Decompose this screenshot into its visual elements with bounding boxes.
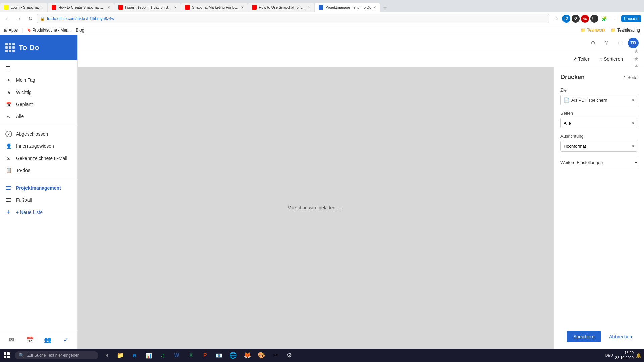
tab-close-snapchat[interactable]: ✕: [41, 6, 43, 9]
teamwork-label: Teamwork: [587, 28, 605, 33]
tab-youtube4[interactable]: How to Use Snapchat for your B... ✕: [248, 3, 314, 12]
projektmanagement-label: Projektmanagement: [16, 185, 61, 191]
address-bar[interactable]: 🔒 to-do.office.com/tasks/l-1t5hmya8z4w: [37, 14, 549, 23]
apps-icon: ⊞: [4, 28, 7, 33]
taskbar-icon-settings[interactable]: ⚙: [283, 349, 296, 362]
new-tab-button[interactable]: +: [380, 3, 390, 12]
taskbar-icon-edge[interactable]: e: [128, 349, 141, 362]
tab-close-todo[interactable]: ✕: [373, 6, 376, 9]
tab-favicon-todo: [319, 5, 323, 10]
sidebar-grid-icon[interactable]: [5, 43, 15, 52]
send-feedback-button[interactable]: ↩: [614, 38, 625, 48]
taskbar-icon-spotify[interactable]: ♫: [156, 349, 169, 362]
taskbar-icon-chrome[interactable]: 🌐: [226, 349, 240, 362]
notification-icon[interactable]: 🔔: [636, 353, 641, 358]
taskbar-icon-snipping[interactable]: ✂: [269, 349, 282, 362]
taskbar-icon-taskview[interactable]: ⊡: [100, 349, 113, 362]
nav-icon-ext3[interactable]: ⋮⋮: [590, 15, 598, 23]
teamwork-folder[interactable]: 📁 Teamwork: [579, 27, 607, 33]
mail-bottom-icon[interactable]: ✉: [6, 334, 18, 346]
taskbar-search-input[interactable]: [27, 353, 94, 358]
calendar-bottom-icon[interactable]: 📅: [24, 334, 36, 346]
nav-icon-iq[interactable]: IQ: [562, 15, 570, 23]
start-button[interactable]: [0, 349, 13, 362]
taskbar-icon-explorer[interactable]: 📁: [114, 349, 127, 362]
sidebar-nav: ☰ ☀ Mein Tag ★ Wichtig 📅 Geplant ∞ Alle: [0, 60, 77, 331]
taskbar-time: 16:29: [615, 350, 634, 355]
bookmark-apps[interactable]: ⊞ Apps: [3, 27, 19, 33]
user-avatar[interactable]: TB: [628, 38, 639, 48]
tab-youtube2[interactable]: I spent $200 in 1 day on Snapc... ✕: [114, 3, 181, 12]
seiten-select[interactable]: Alle ▾: [560, 118, 637, 128]
tab-close-yt3[interactable]: ✕: [241, 6, 244, 9]
nav-icon-ext2[interactable]: AD: [581, 15, 589, 23]
nav-right-icons: ☆ IQ Q AD ⋮⋮ 🧩 ⋮ Pausiert: [551, 14, 641, 23]
star-action-1[interactable]: ★: [634, 48, 639, 54]
settings-button[interactable]: ⚙: [588, 38, 598, 48]
user-profile-badge[interactable]: Pausiert: [621, 15, 641, 22]
teilen-button[interactable]: ↗ Teilen: [569, 54, 595, 64]
right-sidebar-stars: ★ ★ ★: [631, 48, 639, 70]
cancel-button[interactable]: Abbrechen: [604, 331, 637, 342]
print-spacer: [560, 168, 637, 326]
taskbar-icon-firefox[interactable]: 🦊: [240, 349, 254, 362]
tab-snapchat[interactable]: Login • Snapchat ✕: [0, 3, 47, 12]
taskbar-icon-excel[interactable]: X: [184, 349, 198, 362]
office-icon: 📊: [145, 352, 152, 359]
hamburger-menu-button[interactable]: ☰: [0, 63, 77, 74]
tab-close-yt2[interactable]: ✕: [174, 6, 177, 9]
paint-icon: 🎨: [258, 352, 265, 359]
taskbar-icon-outlook[interactable]: 📧: [212, 349, 226, 362]
sidebar-item-wichtig[interactable]: ★ Wichtig: [0, 86, 77, 98]
tab-youtube1[interactable]: How to Create Snapchat Ads -... ✕: [48, 3, 114, 12]
sidebar-item-fussball[interactable]: Fußball: [0, 194, 77, 206]
apps-label: Apps: [9, 28, 18, 33]
new-list-button[interactable]: + + Neue Liste: [0, 206, 77, 218]
bookmark-blog[interactable]: Blog: [75, 27, 86, 33]
star-action-2[interactable]: ★: [634, 56, 639, 62]
tab-todo[interactable]: Projektmanagement - To Do ✕: [315, 3, 380, 12]
sidebar-item-gekennzeichnete-email[interactable]: ✉ Gekennzeichnete E-Mail: [0, 152, 77, 164]
sidebar-item-geplant[interactable]: 📅 Geplant: [0, 98, 77, 110]
sidebar-item-alle[interactable]: ∞ Alle: [0, 110, 77, 122]
calendar-icon: 📅: [5, 101, 12, 108]
sidebar-item-to-dos[interactable]: 📋 To-dos: [0, 164, 77, 176]
teamleading-folder[interactable]: 📁 Teamleading: [609, 27, 641, 33]
browser-menu-button[interactable]: ⋮: [610, 14, 620, 23]
refresh-button[interactable]: ↻: [25, 14, 35, 23]
ziel-select[interactable]: 📄 Als PDF speichern ▾: [560, 95, 637, 105]
seiten-value: Alle: [564, 121, 571, 126]
to-dos-label: To-dos: [16, 168, 30, 173]
back-button[interactable]: ←: [3, 14, 12, 23]
ausrichtung-value: Hochformat: [564, 144, 586, 149]
extensions-button[interactable]: 🧩: [600, 14, 609, 23]
nav-icon-ext1[interactable]: Q: [572, 15, 580, 23]
bookmark-star-button[interactable]: ☆: [551, 14, 561, 23]
tab-close-yt1[interactable]: ✕: [107, 6, 110, 9]
taskbar-icon-paint[interactable]: 🎨: [255, 349, 268, 362]
taskbar-search[interactable]: 🔍: [15, 351, 98, 359]
people-bottom-icon[interactable]: 👥: [42, 334, 54, 346]
sidebar-item-ihnen-zugewiesen[interactable]: 👤 Ihnen zugewiesen: [0, 140, 77, 152]
excel-icon: X: [189, 352, 193, 358]
taskbar-icon-word[interactable]: W: [170, 349, 183, 362]
taskbar-icon-office[interactable]: 📊: [142, 349, 155, 362]
taskbar-datetime[interactable]: 16:29 28.10.2020: [615, 350, 634, 361]
ausrichtung-select[interactable]: Hochformat ▾: [560, 141, 637, 152]
sortieren-button[interactable]: ↕ Sortieren: [596, 54, 627, 64]
sidebar-item-mein-tag[interactable]: ☀ Mein Tag: [0, 74, 77, 86]
more-settings[interactable]: Weitere Einstellungen ▾: [560, 157, 637, 168]
help-button[interactable]: ?: [601, 38, 612, 48]
forward-button[interactable]: →: [14, 14, 23, 23]
tab-close-yt4[interactable]: ✕: [308, 6, 310, 9]
sidebar-item-projektmanagement[interactable]: Projektmanagement: [0, 182, 77, 194]
sidebar-item-abgeschlossen[interactable]: ✓ Abgeschlossen: [0, 128, 77, 140]
main-header-right: ⚙ ? ↩ TB: [588, 38, 639, 48]
taskbar-icon-powerpoint[interactable]: P: [198, 349, 212, 362]
tab-youtube3[interactable]: Snapchat Marketing For Beginn... ✕: [181, 3, 248, 12]
bookmark-produktsuche[interactable]: 🔖 Produktsuche - Mer...: [25, 27, 72, 33]
tasks-bottom-icon[interactable]: ✓: [60, 334, 72, 346]
check-circle-icon: ✓: [5, 131, 12, 137]
svg-rect-3: [7, 356, 10, 358]
save-button[interactable]: Speichern: [567, 331, 601, 342]
